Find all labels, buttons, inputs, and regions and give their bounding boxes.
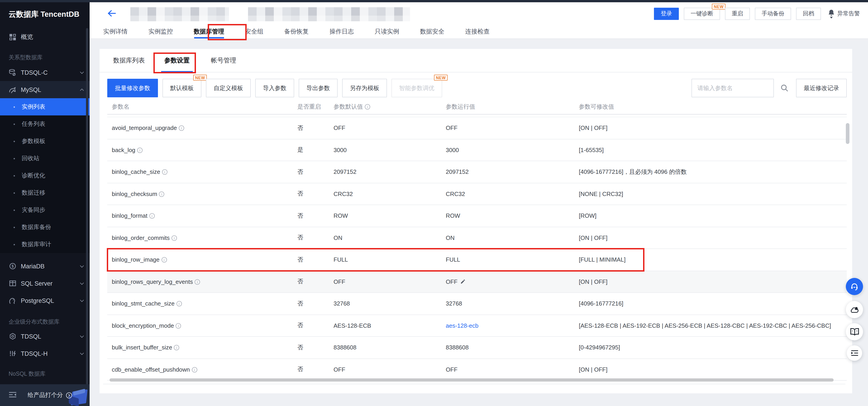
elephant-icon	[9, 297, 16, 304]
param-search-input[interactable]	[691, 79, 774, 97]
sidebar-item-sqlserver[interactable]: SQL Server	[0, 275, 90, 292]
sidebar-subitem-3[interactable]: 回收站	[0, 150, 90, 167]
tab-item-1[interactable]: 实例监控	[149, 25, 173, 38]
table-row[interactable]: avoid_temporal_upgradei否OFFOFF[ON | OFF]	[107, 117, 847, 139]
sidebar-scrollbar[interactable]	[86, 28, 88, 385]
chevron-down-icon	[80, 264, 84, 268]
sidebar-subitem-0[interactable]: 实例列表	[0, 98, 90, 116]
tab-database-management[interactable]: 数据库管理	[194, 25, 224, 38]
cell-running: 3000	[441, 147, 574, 153]
arrow-circle-icon[interactable]	[66, 392, 72, 399]
support-chat-button[interactable]	[846, 278, 863, 295]
info-icon[interactable]: i	[365, 104, 370, 110]
table-row[interactable]: back_logi是30003000[1-65535]	[107, 139, 847, 161]
tab-item-5[interactable]: 操作日志	[330, 25, 354, 38]
table-vertical-scrollbar[interactable]	[846, 123, 849, 144]
toolbar-button-2[interactable]: 自定义模板	[206, 79, 251, 97]
header-action-button[interactable]: 手动备份	[755, 8, 791, 20]
feedback-button[interactable]	[847, 345, 862, 361]
tab-item-7[interactable]: 数据安全	[420, 25, 444, 38]
modifiable-value: [FULL | MINIMAL]	[579, 256, 626, 263]
tab-item-3[interactable]: 安全组	[245, 25, 264, 38]
sidebar-item-tdsqlh[interactable]: TDSQL-H	[0, 345, 90, 362]
info-icon[interactable]: i	[195, 279, 200, 285]
table-row[interactable]: cdb_enable_offset_pushdowni否OFFOFF[ON | …	[107, 359, 847, 381]
info-icon[interactable]: i	[172, 236, 177, 241]
header-action-button[interactable]: 一键诊断NEW	[684, 8, 720, 20]
running-value: OFF	[446, 278, 458, 285]
table-row[interactable]: binlog_rows_query_log_eventsi否OFFOFF [ON…	[107, 271, 847, 293]
sidebar-subitem-label: 数据迁移	[22, 189, 45, 197]
header-action-button[interactable]: 重启	[725, 8, 750, 20]
info-icon[interactable]: i	[162, 169, 167, 175]
sidebar-item-mysql[interactable]: MySQL	[0, 81, 90, 98]
mariadb-coin-icon: $	[9, 262, 16, 270]
edit-pencil-icon[interactable]	[460, 279, 466, 284]
subtab-item-1[interactable]: 参数设置	[164, 49, 190, 72]
table-row[interactable]: binlog_stmt_cache_sizei否3276832768[4096-…	[107, 293, 847, 315]
cloud-alarm-button[interactable]	[846, 301, 863, 318]
modifiable-value: [ROW]	[579, 213, 596, 219]
info-icon[interactable]: i	[176, 323, 181, 329]
table-row[interactable]: binlog_row_imagei否FULLFULL[FULL | MINIMA…	[107, 249, 847, 271]
info-icon[interactable]: i	[174, 345, 180, 350]
sidebar-subitem-7[interactable]: 数据库备份	[0, 219, 90, 236]
docs-button[interactable]	[846, 323, 863, 340]
back-button[interactable]	[107, 9, 116, 17]
table-row[interactable]: binlog_order_commitsi否ONON[ON | OFF]	[107, 227, 847, 249]
bullet-dot-icon	[13, 123, 15, 125]
info-icon[interactable]: i	[192, 367, 197, 373]
info-icon[interactable]: i	[137, 148, 143, 153]
header-action-label: 回档	[803, 10, 814, 18]
toolbar-button-3[interactable]: 导入参数	[255, 79, 294, 97]
toolbar-button-4[interactable]: 导出参数	[299, 79, 338, 97]
sidebar-item-mariadb[interactable]: $ MariaDB	[0, 257, 90, 275]
running-value[interactable]: aes-128-ecb	[446, 322, 478, 329]
toolbar-button-0[interactable]: 批量修改参数	[107, 79, 158, 97]
sidebar-item-tdsql[interactable]: TDSQL	[0, 328, 90, 345]
sidebar-footer[interactable]: 给产品打个分	[0, 384, 90, 406]
sidebar-subitem-1[interactable]: 任务列表	[0, 116, 90, 133]
info-icon[interactable]: i	[179, 126, 184, 131]
sidebar-subitem-4[interactable]: 诊断优化	[0, 167, 90, 184]
alarm-entry[interactable]: 异常告警	[828, 9, 860, 19]
tab-item-0[interactable]: 实例详情	[103, 25, 128, 38]
toolbar-button-5[interactable]: 另存为模板	[342, 79, 387, 97]
sidebar-item-overview[interactable]: 概览	[0, 29, 90, 46]
subtab-item-0[interactable]: 数据库列表	[113, 49, 145, 72]
info-icon[interactable]: i	[177, 301, 182, 307]
toolbar-button-1[interactable]: 默认模板NEW	[162, 79, 202, 97]
table-row[interactable]: bulk_insert_buffer_sizei否83886088388608[…	[107, 337, 847, 359]
collapse-menu-icon[interactable]	[9, 391, 17, 399]
info-icon[interactable]: i	[161, 257, 167, 263]
sidebar-subitem-2[interactable]: 参数模板	[0, 133, 90, 150]
table-horizontal-scrollbar[interactable]	[110, 378, 834, 381]
toolbar-button-6: 智能参数调优NEW	[392, 79, 442, 97]
sidebar-item-tdsqlc[interactable]: TDSQL-C	[0, 64, 90, 81]
cell-restart: 否	[293, 278, 329, 286]
table-row[interactable]: binlog_checksumi否CRC32CRC32[NONE | CRC32…	[107, 183, 847, 205]
info-icon[interactable]: i	[149, 213, 155, 219]
table-row[interactable]: binlog_formati否ROWROW[ROW]	[107, 205, 847, 227]
header-action-label: 手动备份	[762, 10, 784, 18]
info-icon[interactable]: i	[159, 191, 164, 197]
sidebar-subitem-8[interactable]: 数据库审计	[0, 236, 90, 253]
header-action-button[interactable]: 登录	[654, 8, 679, 20]
history-button[interactable]: 最近修改记录	[796, 79, 847, 97]
sidebar-subitem-5[interactable]: 数据迁移	[0, 184, 90, 201]
param-name: binlog_format	[112, 213, 148, 219]
table-row[interactable]: block_encryption_modei否AES-128-ECBaes-12…	[107, 315, 847, 337]
sidebar-subitem-6[interactable]: 灾备同步	[0, 201, 90, 219]
restart-value: 否	[297, 322, 303, 329]
product-logo: 云数据库 TencentDB	[9, 9, 80, 20]
search-icon[interactable]	[781, 84, 788, 92]
sidebar-item-postgresql[interactable]: PostgreSQL	[0, 292, 90, 309]
table-row[interactable]: binlog_cache_sizei否20971522097152[4096-1…	[107, 161, 847, 183]
tab-item-8[interactable]: 连接检查	[465, 25, 490, 38]
sidebar-subitem-label: 数据库备份	[22, 223, 51, 231]
param-name: cdb_enable_offset_pushdown	[112, 366, 190, 373]
tab-item-6[interactable]: 只读实例	[375, 25, 399, 38]
subtab-item-2[interactable]: 帐号管理	[211, 49, 236, 72]
tab-item-4[interactable]: 备份恢复	[284, 25, 309, 38]
header-action-button[interactable]: 回档	[796, 8, 821, 20]
